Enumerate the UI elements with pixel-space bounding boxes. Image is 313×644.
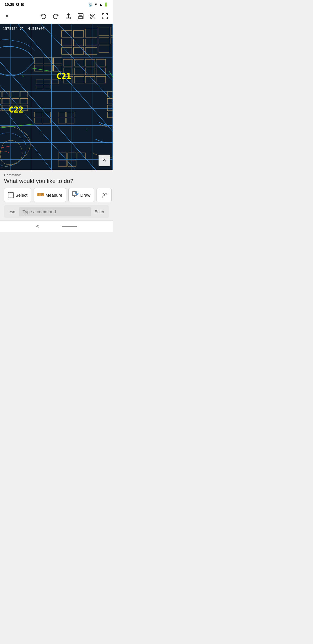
svg-line-9: [92, 15, 95, 19]
select-button-label: Select: [15, 193, 28, 198]
fullscreen-icon: [102, 13, 108, 19]
command-area: Command: What would you like to do? Sele…: [0, 170, 113, 220]
svg-line-113: [74, 196, 75, 197]
map-label-c21: C21: [57, 72, 71, 81]
share-button[interactable]: [64, 11, 73, 21]
draw-button[interactable]: Draw: [68, 188, 94, 202]
undo-button[interactable]: [38, 12, 48, 21]
undo-icon: [40, 13, 46, 19]
svg-rect-6: [79, 17, 83, 19]
svg-rect-5: [79, 14, 82, 16]
command-buttons: Select Measure: [4, 188, 109, 202]
svg-rect-3: [66, 17, 71, 19]
scissors-icon: [90, 13, 96, 19]
home-bar[interactable]: [62, 226, 77, 227]
close-button[interactable]: ×: [3, 11, 10, 21]
command-input-row: esc Enter: [4, 205, 109, 218]
battery-icon: 🔋: [104, 2, 108, 7]
map-coordinates: 157515'-7", 4.51E+05: [3, 27, 45, 31]
map-canvas[interactable]: [0, 24, 113, 170]
measure-button-label: Measure: [46, 193, 62, 198]
measure-button[interactable]: Measure: [34, 188, 66, 202]
more-button[interactable]: [97, 188, 112, 202]
esc-button[interactable]: esc: [7, 208, 17, 215]
scissors-button[interactable]: [88, 12, 97, 21]
select-button[interactable]: Select: [4, 188, 31, 202]
svg-rect-11: [0, 24, 113, 170]
save-icon: [78, 13, 83, 19]
status-left: 10:25 G ⊡: [5, 2, 24, 7]
map-expand-button[interactable]: [99, 155, 110, 166]
map-label-c22: C22: [9, 105, 23, 115]
back-button[interactable]: <: [36, 223, 39, 229]
chevron-up-icon: [102, 158, 107, 163]
cast-icon: ⊡: [21, 2, 24, 7]
draw-icon: [72, 191, 79, 199]
draw-button-label: Draw: [80, 193, 90, 198]
status-bar: 10:25 G ⊡ 📡 ▼ ▲ 🔋: [0, 0, 113, 9]
redo-button[interactable]: [51, 12, 61, 21]
time: 10:25: [5, 2, 14, 7]
signal-icon: ▲: [99, 2, 103, 7]
svg-line-10: [92, 14, 95, 17]
cast-status-icon: 📡: [88, 2, 93, 7]
more-icon: [101, 192, 107, 198]
wifi-icon: ▼: [94, 2, 98, 7]
save-button[interactable]: [76, 12, 85, 21]
bottom-nav: <: [0, 220, 113, 232]
measure-icon: [37, 192, 44, 198]
enter-button[interactable]: Enter: [93, 208, 106, 215]
command-label: Command:: [4, 173, 109, 177]
status-right: 📡 ▼ ▲ 🔋: [88, 2, 108, 7]
command-input[interactable]: [19, 207, 91, 216]
toolbar: ×: [0, 9, 113, 24]
redo-icon: [53, 13, 59, 19]
map-container[interactable]: 157515'-7", 4.51E+05 C21 C22: [0, 24, 113, 170]
fullscreen-button[interactable]: [100, 12, 110, 21]
share-icon: [65, 13, 71, 19]
command-question: What would you like to do?: [4, 178, 109, 184]
select-icon: [8, 192, 14, 198]
close-icon: ×: [5, 13, 9, 19]
google-icon: G: [16, 2, 19, 7]
